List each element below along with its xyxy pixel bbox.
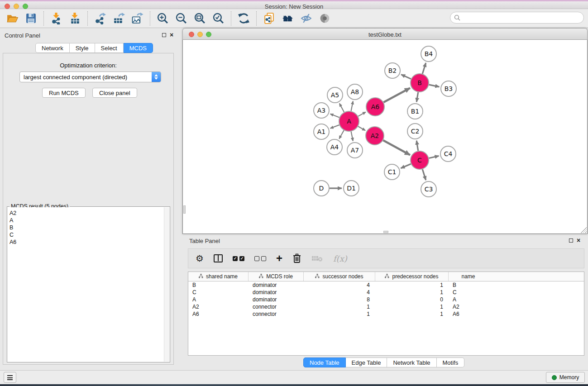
export-image-icon[interactable] bbox=[131, 12, 143, 24]
column-header-predecessor-nodes[interactable]: predecessor nodes bbox=[375, 272, 449, 281]
network-graph[interactable]: B4B2BB3A5A8A6A3B1AA1C2A2A4A7C4CC1C3DD1 bbox=[183, 40, 587, 233]
edge-A2-C[interactable] bbox=[383, 140, 410, 155]
edge-A-A8[interactable] bbox=[351, 101, 353, 111]
graph-node-C2[interactable]: C2 bbox=[407, 124, 423, 139]
add-column-icon[interactable]: + bbox=[276, 253, 282, 263]
column-browser-icon[interactable] bbox=[214, 254, 223, 262]
column-header-name[interactable]: name bbox=[449, 272, 488, 281]
graph-node-A5[interactable]: A5 bbox=[327, 87, 343, 103]
graph-node-C1[interactable]: C1 bbox=[384, 164, 400, 180]
import-network-icon[interactable] bbox=[50, 12, 62, 24]
edge-C-C1[interactable] bbox=[401, 164, 411, 168]
tab-network[interactable]: Network bbox=[35, 43, 70, 53]
edge-C-C2[interactable] bbox=[416, 141, 418, 151]
graph-node-B2[interactable]: B2 bbox=[385, 63, 400, 78]
result-scrollbar[interactable] bbox=[164, 207, 169, 362]
save-session-icon[interactable] bbox=[25, 12, 37, 24]
control-panel-float-icon[interactable] bbox=[162, 33, 166, 37]
graph-node-C4[interactable]: C4 bbox=[440, 146, 456, 162]
zoom-in-icon[interactable] bbox=[157, 12, 169, 24]
table-cell[interactable]: C bbox=[449, 289, 488, 296]
search-field[interactable] bbox=[450, 12, 584, 24]
delete-table-icon[interactable] bbox=[311, 255, 323, 262]
edge-A-A6[interactable] bbox=[358, 112, 366, 116]
edge-A-A4[interactable] bbox=[339, 130, 344, 139]
graph-node-C3[interactable]: C3 bbox=[421, 181, 436, 197]
table-cell[interactable]: A bbox=[449, 296, 488, 303]
table-row[interactable]: Adominator80A bbox=[188, 296, 584, 303]
table-cell[interactable]: A2 bbox=[449, 303, 488, 310]
export-network-icon[interactable] bbox=[94, 12, 106, 24]
node-table[interactable]: shared nameMCDS rolesuccessor nodesprede… bbox=[188, 272, 584, 356]
column-header-MCDS-role[interactable]: MCDS role bbox=[249, 272, 304, 281]
network-window-titlebar[interactable]: testGlobe.txt bbox=[182, 28, 588, 40]
optimization-criterion-select[interactable]: largest connected component (directed) bbox=[19, 71, 161, 82]
open-file-icon[interactable] bbox=[6, 12, 19, 24]
edge-A-A2[interactable] bbox=[358, 126, 365, 130]
show-all-icon[interactable] bbox=[319, 12, 331, 24]
table-row[interactable]: Bdominator41B bbox=[188, 281, 584, 289]
table-cell[interactable]: 1 bbox=[375, 281, 449, 289]
zoom-selected-icon[interactable] bbox=[212, 12, 225, 24]
table-cell[interactable]: 0 bbox=[375, 296, 449, 303]
result-item[interactable]: A2 bbox=[10, 210, 164, 217]
table-cell[interactable]: dominator bbox=[249, 296, 304, 303]
graph-node-A2[interactable]: A2 bbox=[366, 127, 384, 145]
close-panel-button[interactable]: Close panel bbox=[92, 88, 137, 98]
mcds-result-list[interactable]: A2ABCA6 bbox=[8, 207, 164, 362]
graph-node-B1[interactable]: B1 bbox=[407, 104, 423, 119]
graph-node-D1[interactable]: D1 bbox=[344, 181, 359, 196]
first-neighbors-icon[interactable] bbox=[282, 12, 294, 24]
tab-node-table[interactable]: Node Table bbox=[303, 357, 346, 367]
edge-A-A7[interactable] bbox=[351, 132, 353, 141]
zoom-fit-icon[interactable] bbox=[194, 12, 206, 24]
import-table-icon[interactable] bbox=[69, 12, 81, 24]
graph-node-A4[interactable]: A4 bbox=[327, 139, 342, 155]
edge-B-B4[interactable] bbox=[422, 63, 425, 74]
result-item[interactable]: C bbox=[10, 231, 164, 238]
network-vscrollbar-thumb[interactable] bbox=[183, 205, 186, 214]
table-settings-icon[interactable]: ⚙ bbox=[196, 254, 204, 263]
result-item[interactable]: B bbox=[10, 224, 164, 231]
table-cell[interactable]: A bbox=[188, 296, 249, 303]
column-header-shared-name[interactable]: shared name bbox=[188, 272, 249, 281]
hide-selected-icon[interactable] bbox=[300, 12, 312, 24]
result-item[interactable]: A bbox=[10, 217, 164, 224]
table-cell[interactable]: A6 bbox=[188, 310, 249, 318]
table-cell[interactable]: A2 bbox=[188, 303, 249, 310]
table-cell[interactable]: 4 bbox=[304, 289, 375, 296]
table-row[interactable]: A6connector11A6 bbox=[188, 310, 584, 318]
edge-A-A1[interactable] bbox=[330, 125, 339, 128]
search-input[interactable] bbox=[461, 13, 583, 22]
table-cell[interactable]: B bbox=[449, 281, 488, 289]
tab-motifs[interactable]: Motifs bbox=[437, 357, 465, 367]
resize-grip[interactable] bbox=[581, 227, 587, 233]
task-history-button[interactable] bbox=[4, 372, 16, 383]
select-all-icon[interactable]: ✓✓ bbox=[233, 256, 244, 261]
edge-B-B1[interactable] bbox=[416, 92, 418, 102]
tab-style[interactable]: Style bbox=[70, 43, 95, 53]
table-cell[interactable]: 1 bbox=[375, 310, 449, 318]
table-cell[interactable]: A6 bbox=[449, 310, 488, 318]
table-cell[interactable]: connector bbox=[249, 310, 304, 318]
result-item[interactable]: A6 bbox=[10, 238, 164, 246]
table-cell[interactable]: 1 bbox=[304, 310, 375, 318]
graph-node-A3[interactable]: A3 bbox=[314, 103, 329, 118]
edge-A6-B[interactable] bbox=[383, 88, 410, 102]
edge-A-A3[interactable] bbox=[330, 114, 339, 118]
deselect-all-icon[interactable] bbox=[254, 256, 266, 261]
table-cell[interactable]: B bbox=[188, 281, 249, 289]
graph-node-C[interactable]: C bbox=[411, 151, 429, 169]
table-cell[interactable]: dominator bbox=[249, 289, 304, 296]
export-table-icon[interactable] bbox=[113, 12, 125, 24]
graph-node-B3[interactable]: B3 bbox=[441, 81, 456, 96]
edge-B-B2[interactable] bbox=[401, 75, 411, 79]
table-row[interactable]: A2connector11A2 bbox=[188, 303, 584, 310]
table-cell[interactable]: 4 bbox=[304, 281, 375, 289]
tab-edge-table[interactable]: Edge Table bbox=[346, 357, 387, 367]
run-mcds-button[interactable]: Run MCDS bbox=[42, 88, 86, 98]
graph-node-B[interactable]: B bbox=[411, 74, 429, 92]
network-hscrollbar-thumb[interactable] bbox=[383, 231, 388, 233]
clone-network-icon[interactable] bbox=[263, 12, 275, 24]
graph-node-A6[interactable]: A6 bbox=[366, 98, 384, 116]
